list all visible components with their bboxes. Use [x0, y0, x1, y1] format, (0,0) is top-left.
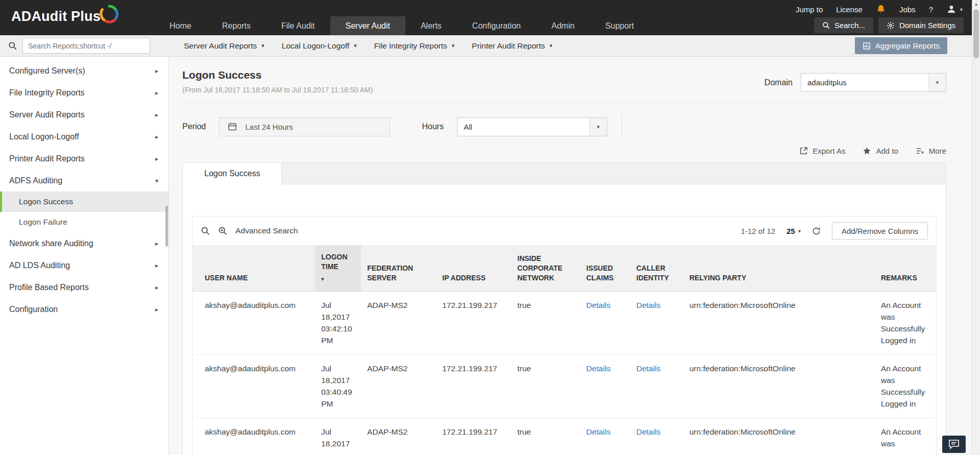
nav-tab-configuration[interactable]: Configuration — [457, 16, 536, 35]
col-header-ip-address[interactable]: IP ADDRESS — [436, 245, 511, 291]
chevron-down-icon: ▾ — [798, 228, 801, 234]
sidebar-item-local-logon-logoff[interactable]: Local Logon-Logoff ▸ — [0, 126, 169, 148]
cell-caller-identity: Details — [630, 354, 683, 418]
sidebar-item-logon-failure[interactable]: Logon Failure — [0, 212, 169, 232]
sidebar-item-printer-audit-reports[interactable]: Printer Audit Reports ▸ — [0, 148, 169, 170]
chevron-down-icon: ▾ — [155, 177, 158, 184]
col-header-logon-time[interactable]: LOGON TIME ▾ — [315, 245, 361, 291]
jobs-link[interactable]: Jobs — [899, 5, 916, 14]
nav-tab-alerts[interactable]: Alerts — [405, 16, 457, 35]
cell-issued-claims: Details — [580, 418, 630, 455]
sort-descending-icon: ▾ — [321, 275, 355, 283]
details-link[interactable]: Details — [636, 427, 660, 436]
main-nav: Home Reports File Audit Server Audit Ale… — [154, 16, 649, 35]
col-header-federation-server[interactable]: FEDERATION SERVER — [361, 245, 436, 291]
details-link[interactable]: Details — [586, 364, 610, 373]
sidebar-item-network-share-auditing[interactable]: Network share Auditing ▸ — [0, 232, 169, 254]
sidebar-item-server-audit-reports[interactable]: Server Audit Reports ▸ — [0, 104, 169, 126]
topbar: ADAudit Plus Jump to License Jobs ? ▾ Ho… — [0, 0, 972, 35]
domain-select[interactable]: adauditplus ▾ — [801, 73, 946, 92]
domain-label: Domain — [764, 78, 793, 87]
nav-tab-home[interactable]: Home — [154, 16, 207, 35]
nav-tab-server-audit[interactable]: Server Audit — [330, 16, 405, 35]
column-search-icon[interactable] — [201, 226, 210, 235]
period-label: Period — [182, 122, 206, 131]
report-chart-icon — [863, 42, 871, 50]
col-header-caller-identity[interactable]: CALLER IDENTITY — [630, 245, 683, 291]
help-link[interactable]: ? — [929, 5, 933, 14]
col-header-inside-corporate-network[interactable]: INSIDE CORPORATE NETWORK — [511, 245, 580, 291]
nav-tab-support[interactable]: Support — [590, 16, 649, 35]
page-size-dropdown[interactable]: 25 ▾ — [786, 227, 801, 235]
nav-tab-reports[interactable]: Reports — [207, 16, 266, 35]
sidebar-item-configuration[interactable]: Configuration ▸ — [0, 298, 169, 320]
filter-bar: Period Last 24 Hours Hours All ▾ — [182, 115, 946, 138]
nav-tab-file-audit[interactable]: File Audit — [266, 16, 330, 35]
chevron-right-icon: ▸ — [155, 67, 158, 75]
add-to-button[interactable]: Add to — [863, 147, 898, 155]
col-header-remarks[interactable]: REMARKS — [875, 245, 936, 291]
sidebar-item-file-integrity-reports[interactable]: File Integrity Reports ▸ — [0, 82, 169, 104]
refresh-icon[interactable] — [812, 227, 821, 235]
jump-to-link[interactable]: Jump to — [796, 5, 823, 14]
table-row: akshay@adauditplus.com Jul 18,2017 03:42… — [193, 291, 936, 354]
period-picker[interactable]: Last 24 Hours — [219, 117, 390, 136]
app-logo-text: ADAudit Plus — [11, 6, 101, 27]
search-icon[interactable] — [8, 41, 17, 50]
nav-tab-admin[interactable]: Admin — [536, 16, 590, 35]
table-toolbar: Advanced Search 1-12 of 12 25 ▾ — [193, 217, 936, 245]
scrollbar-up-arrow-icon[interactable]: ▲ — [972, 0, 980, 8]
domain-settings-button[interactable]: Domain Settings — [878, 17, 964, 33]
details-link[interactable]: Details — [636, 364, 660, 373]
feedback-chat-button[interactable] — [942, 436, 966, 453]
col-header-user-name[interactable]: USER NAME — [193, 245, 315, 291]
tab-logon-success[interactable]: Logon Success — [183, 163, 282, 184]
chevron-down-icon: ▾ — [452, 42, 455, 49]
license-link[interactable]: License — [836, 5, 863, 14]
advanced-search-icon[interactable] — [218, 226, 227, 235]
details-link[interactable]: Details — [586, 427, 610, 436]
sidebar-item-configured-servers[interactable]: Configured Server(s) ▸ — [0, 60, 169, 82]
col-header-relying-party[interactable]: RELYING PARTY — [683, 245, 875, 291]
subnav-bar: Server Audit Reports ▾ Local Logon-Logof… — [0, 35, 972, 57]
cell-logon-time: Jul 18,2017 — [315, 418, 361, 455]
hours-select[interactable]: All ▾ — [457, 117, 607, 136]
cell-relying-party: urn:federation:MicrosoftOnline — [683, 418, 875, 455]
menu-printer-audit-reports[interactable]: Printer Audit Reports ▾ — [463, 41, 561, 51]
details-link[interactable]: Details — [636, 301, 660, 309]
global-search-button[interactable]: Search... — [814, 17, 873, 33]
cell-remarks: An Account was — [875, 418, 936, 455]
sidebar-item-logon-success[interactable]: Logon Success — [0, 191, 169, 212]
menu-local-logon-logoff[interactable]: Local Logon-Logoff ▾ — [273, 41, 366, 51]
sidebar-item-profile-based-reports[interactable]: Profile Based Reports ▸ — [0, 276, 169, 298]
sidebar-item-ad-lds-auditing[interactable]: AD LDS Auditing ▸ — [0, 254, 169, 276]
report-search-input[interactable] — [22, 38, 150, 54]
report-header: Logon Success (From Jul 18,2017 11:18:50… — [182, 57, 946, 94]
export-as-button[interactable]: Export As — [799, 147, 845, 155]
notifications-bell-icon[interactable] — [876, 4, 886, 14]
page-scrollbar[interactable]: ▲ — [972, 0, 980, 455]
sidebar-scrollbar[interactable] — [165, 206, 168, 247]
panel-body: Advanced Search 1-12 of 12 25 ▾ — [183, 184, 946, 455]
account-menu[interactable]: ▾ — [946, 4, 963, 14]
chevron-right-icon: ▸ — [155, 133, 158, 140]
sidebar-item-adfs-auditing[interactable]: ADFS Auditing ▾ — [0, 170, 169, 191]
more-button[interactable]: More — [916, 147, 946, 155]
app-page: ADAudit Plus Jump to License Jobs ? ▾ Ho… — [0, 0, 972, 455]
toolbar-right: 1-12 of 12 25 ▾ Add/Remove Columns — [741, 222, 928, 240]
details-link[interactable]: Details — [586, 301, 610, 309]
menu-file-integrity-reports[interactable]: File Integrity Reports ▾ — [366, 41, 464, 51]
cell-issued-claims: Details — [580, 291, 630, 354]
more-list-icon — [916, 147, 924, 155]
chevron-down-icon: ▾ — [549, 42, 553, 49]
period-value: Last 24 Hours — [245, 123, 293, 131]
menu-server-audit-reports[interactable]: Server Audit Reports ▾ — [175, 41, 273, 51]
col-header-issued-claims[interactable]: ISSUED CLAIMS — [580, 245, 630, 291]
advanced-search-link[interactable]: Advanced Search — [235, 226, 298, 235]
star-icon — [863, 147, 871, 155]
chevron-right-icon: ▸ — [155, 262, 158, 269]
add-remove-columns-button[interactable]: Add/Remove Columns — [832, 222, 928, 240]
aggregate-reports-button[interactable]: Aggregate Reports — [855, 37, 947, 54]
chevron-down-icon: ▾ — [960, 7, 963, 12]
scrollbar-thumb[interactable] — [973, 9, 979, 58]
